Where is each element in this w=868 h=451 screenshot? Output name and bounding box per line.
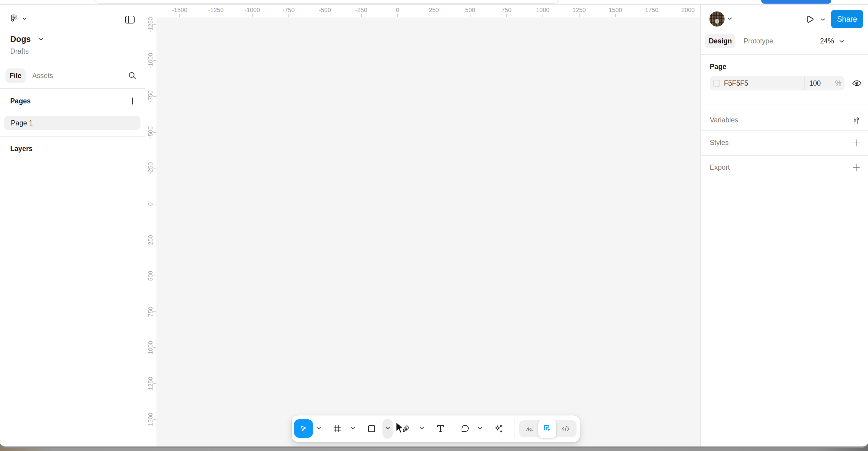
panel-tabs: File Assets (0, 63, 145, 89)
page-color-row[interactable]: F5F5F5 100 % (710, 76, 844, 90)
page-section-title: Page (710, 63, 726, 71)
ruler-label: 750 (493, 7, 520, 13)
file-location[interactable]: Drafts (10, 47, 29, 56)
right-sidebar: Share Design Prototype 24% Page F5F5F5 1… (700, 5, 868, 447)
search-icon[interactable] (127, 70, 137, 81)
figma-logo-icon[interactable] (9, 13, 19, 23)
divider (0, 136, 145, 137)
chevron-down-icon[interactable] (821, 18, 825, 21)
tab-prototype[interactable]: Prototype (744, 34, 773, 48)
shape-tool-icon[interactable] (367, 424, 376, 433)
ruler-label: -1500 (166, 7, 193, 13)
toolbar (292, 415, 580, 442)
present-play-icon[interactable] (805, 14, 815, 25)
add-page-icon[interactable] (128, 96, 137, 106)
frame-tool-dropdown-icon[interactable] (350, 427, 355, 429)
screen: Dogs Drafts File Assets Pages Page 1 Lay… (0, 0, 868, 451)
ruler-tick (579, 14, 580, 17)
draw-mode-icon[interactable] (525, 424, 534, 433)
frame-tool-icon[interactable] (333, 424, 342, 433)
ruler-tick (153, 419, 156, 420)
ruler-tick (288, 14, 289, 17)
add-export-icon[interactable] (851, 163, 861, 173)
design-mode-icon[interactable] (542, 424, 552, 433)
avatar[interactable] (710, 11, 724, 27)
tab-design[interactable]: Design (705, 34, 735, 48)
divider (804, 76, 805, 90)
ruler-tick (179, 14, 180, 17)
actions-tool-icon[interactable] (493, 424, 503, 433)
visibility-eye-icon[interactable] (851, 78, 862, 88)
zoom-control[interactable]: 24% (820, 34, 844, 48)
ruler-tick (153, 60, 156, 61)
divider (701, 104, 868, 105)
ruler-label: 1250 (566, 7, 593, 13)
ruler-tick (153, 24, 156, 25)
vertical-ruler: -1250-1000-750-500-250025050075010001250… (145, 5, 156, 447)
ruler-label: 2000 (675, 7, 700, 13)
ruler-tick (216, 14, 216, 17)
divider (701, 54, 868, 55)
ruler-tick (361, 14, 362, 17)
chevron-down-icon[interactable] (38, 38, 43, 41)
file-name[interactable]: Dogs (10, 35, 31, 44)
move-tool-dropdown-icon[interactable] (316, 427, 321, 429)
ruler-tick (688, 14, 688, 17)
export-section-title: Export (710, 163, 730, 172)
shape-tool-dropdown-icon[interactable] (385, 427, 390, 429)
comment-tool-icon[interactable] (460, 424, 470, 433)
canvas[interactable]: -1250-1000-750-500-250025050075010001250… (145, 5, 700, 447)
tab-assets[interactable]: Assets (32, 68, 53, 83)
add-style-icon[interactable] (851, 138, 861, 148)
opacity-value[interactable]: 100 (809, 79, 821, 87)
page-list-item[interactable]: Page 1 (4, 116, 141, 130)
zoom-level: 24% (820, 37, 834, 45)
share-button[interactable]: Share (831, 10, 863, 28)
opacity-unit: % (835, 79, 841, 87)
ruler-label: 1750 (638, 7, 665, 13)
ruler-tick (542, 14, 543, 17)
chevron-down-icon[interactable] (22, 17, 27, 20)
variables-section-title: Variables (710, 116, 738, 124)
ruler-tick (153, 275, 156, 276)
pen-tool-dropdown-icon[interactable] (420, 427, 424, 429)
variables-adjustments-icon[interactable] (851, 116, 861, 125)
ruler-label: 0 (384, 7, 411, 13)
chevron-down-icon (839, 40, 844, 43)
ruler-tick (652, 14, 652, 17)
ruler-tick (153, 311, 156, 312)
browser-button-partial (761, 0, 831, 4)
ruler-label: 500 (457, 7, 484, 13)
toggle-sidebar-icon[interactable] (125, 15, 135, 24)
ruler-label: 1500 (602, 7, 629, 13)
chevron-down-icon[interactable] (727, 17, 732, 20)
ruler-label: -250 (348, 7, 375, 13)
ruler-tick (153, 383, 156, 384)
styles-section-title: Styles (710, 139, 729, 147)
dev-mode-icon[interactable] (561, 424, 570, 433)
ruler-label: -750 (275, 7, 302, 13)
mouse-cursor (394, 421, 406, 434)
pages-header-row: Pages (0, 89, 145, 114)
move-tool-button[interactable] (294, 419, 313, 438)
comment-tool-dropdown-icon[interactable] (478, 427, 482, 429)
ruler-tick (324, 14, 325, 17)
ruler-tick (153, 347, 156, 348)
tab-file[interactable]: File (5, 68, 26, 83)
ruler-tick (506, 14, 507, 17)
ruler-label: -1000 (239, 7, 266, 13)
divider (701, 155, 868, 156)
ruler-tick (153, 240, 156, 240)
horizontal-ruler: -1500-1250-1000-750-500-2500250500750100… (145, 5, 700, 18)
pages-header: Pages (10, 97, 31, 105)
color-swatch[interactable] (713, 80, 720, 87)
color-hex-value[interactable]: F5F5F5 (724, 79, 748, 87)
ruler-tick (252, 14, 253, 17)
ruler-label: -1250 (203, 7, 230, 13)
text-tool-icon[interactable] (436, 424, 445, 433)
ruler-tick (470, 14, 470, 17)
toolbar-divider (514, 418, 515, 439)
ruler-label: 1000 (529, 7, 556, 13)
ruler-tick (153, 168, 156, 169)
ruler-label: -500 (311, 7, 338, 13)
